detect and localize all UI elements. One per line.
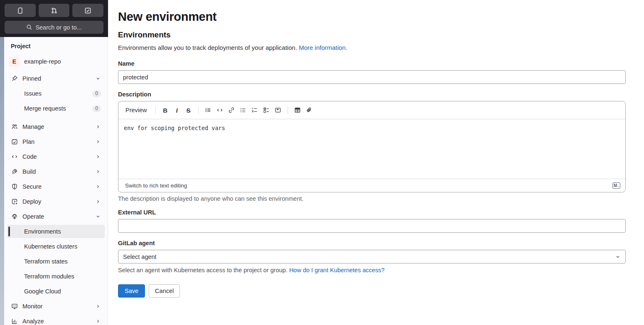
monitor-icon: [11, 303, 18, 310]
project-name: example-repo: [24, 58, 61, 65]
external-url-input[interactable]: [118, 219, 626, 233]
sidebar-item-operate[interactable]: Operate: [7, 210, 105, 223]
todo-shortcut-button[interactable]: [72, 4, 103, 17]
task-list-button[interactable]: [261, 105, 272, 116]
merge-requests-label: Merge requests: [24, 105, 66, 112]
shield-icon: [11, 183, 18, 190]
sidebar-item-environments[interactable]: Environments: [7, 225, 105, 238]
build-label: Build: [22, 168, 36, 175]
operate-icon: [11, 213, 18, 220]
chevron-right-icon: [95, 154, 101, 160]
search-icon: [26, 24, 32, 30]
markdown-editor: Preview B I S: [118, 101, 626, 192]
insert-code-button[interactable]: [214, 105, 225, 116]
quote-button[interactable]: [203, 105, 214, 116]
description-field-group: Description Preview B I S: [118, 91, 626, 202]
collapsible-section-button[interactable]: [273, 105, 283, 116]
collapsible-section-icon: [275, 107, 281, 113]
markdown-icon[interactable]: M↓: [612, 182, 620, 189]
link-icon: [228, 107, 235, 113]
environments-label: Environments: [24, 228, 61, 235]
issues-count-badge: 0: [92, 90, 101, 97]
chevron-right-icon: [95, 199, 101, 204]
italic-button[interactable]: I: [172, 105, 182, 116]
attach-file-button[interactable]: [304, 105, 315, 116]
chevron-right-icon: [95, 139, 101, 145]
calendar-icon: [11, 138, 18, 145]
external-url-field-group: External URL: [118, 209, 626, 233]
toolbar-divider: [155, 106, 156, 114]
sidebar-item-deploy[interactable]: Deploy: [7, 195, 105, 208]
google-cloud-label: Google Cloud: [24, 288, 61, 295]
chevron-down-icon: [615, 254, 621, 260]
sidebar-item-pinned[interactable]: Pinned: [7, 72, 105, 85]
sidebar-item-terraform-modules[interactable]: Terraform modules: [7, 270, 105, 283]
sidebar-item-code[interactable]: Code: [7, 150, 105, 163]
code-icon: [216, 107, 223, 113]
secure-label: Secure: [22, 183, 42, 190]
insert-link-button[interactable]: [226, 105, 237, 116]
insert-table-button[interactable]: [292, 105, 303, 116]
intro-text: Environments allow you to track deployme…: [118, 44, 626, 51]
main-content: New environment Environments Environment…: [108, 0, 644, 325]
pin-icon: [11, 75, 18, 82]
switch-rich-text-button[interactable]: Switch to rich text editing: [123, 182, 189, 190]
table-icon: [294, 107, 301, 113]
issues-icon: [17, 7, 24, 14]
deploy-icon: [11, 198, 18, 205]
sidebar-item-plan[interactable]: Plan: [7, 135, 105, 148]
cancel-button[interactable]: Cancel: [149, 284, 180, 298]
merge-requests-shortcut-button[interactable]: [39, 4, 70, 17]
project-avatar: E: [9, 57, 20, 67]
sidebar-section-title: Project: [7, 42, 105, 54]
pinned-label: Pinned: [22, 75, 41, 82]
bullet-list-button[interactable]: [238, 105, 248, 116]
issues-label: Issues: [24, 90, 42, 97]
attach-file-icon: [306, 107, 312, 113]
chevron-down-icon: [95, 76, 101, 81]
save-button[interactable]: Save: [118, 284, 145, 298]
chevron-right-icon: [95, 184, 101, 190]
todo-check-icon: [84, 7, 91, 14]
task-list-icon: [263, 107, 270, 113]
bullet-list-icon: [240, 107, 246, 113]
sidebar-item-merge-requests[interactable]: Merge requests 0: [7, 102, 105, 115]
external-url-label: External URL: [118, 209, 626, 216]
toolbar-divider: [288, 106, 288, 114]
chevron-right-icon: [95, 303, 101, 309]
preview-button[interactable]: Preview: [123, 105, 151, 115]
sidebar-item-manage[interactable]: Manage: [7, 120, 105, 133]
agent-select-value: Select agent: [123, 254, 157, 260]
description-help-text: The description is displayed to anyone w…: [118, 195, 626, 202]
gitlab-app: Search or go to... Project E example-rep…: [0, 0, 644, 325]
sidebar-item-kubernetes-clusters[interactable]: Kubernetes clusters: [7, 240, 105, 253]
chevron-down-icon: [95, 214, 101, 219]
chevron-right-icon: [95, 318, 101, 324]
sidebar-nav: Project E example-repo Pinned Issues 0 M…: [4, 37, 108, 325]
kubernetes-access-link[interactable]: How do I grant Kubernetes access?: [289, 267, 385, 273]
sidebar-item-google-cloud[interactable]: Google Cloud: [7, 285, 105, 298]
bold-button[interactable]: B: [160, 105, 171, 116]
description-textarea[interactable]: env for scoping protected vars: [118, 119, 625, 179]
markdown-toolbar: Preview B I S: [118, 101, 625, 119]
sidebar-item-secure[interactable]: Secure: [7, 180, 105, 193]
sidebar-item-terraform-states[interactable]: Terraform states: [7, 255, 105, 268]
strikethrough-icon: S: [187, 107, 191, 114]
sidebar-item-monitor[interactable]: Monitor: [7, 300, 105, 313]
sidebar-item-build[interactable]: Build: [7, 165, 105, 178]
issues-shortcut-button[interactable]: [5, 4, 36, 17]
sidebar-item-issues[interactable]: Issues 0: [7, 87, 105, 100]
strikethrough-button[interactable]: S: [183, 105, 194, 116]
name-label: Name: [118, 60, 626, 67]
bold-icon: B: [163, 107, 167, 114]
name-input[interactable]: [118, 70, 626, 84]
sidebar-item-analyze[interactable]: Analyze: [7, 315, 105, 325]
agent-select[interactable]: Select agent: [118, 250, 626, 263]
search-label: Search or go to...: [35, 24, 81, 31]
numbered-list-button[interactable]: [249, 105, 260, 116]
window-edge-strip: [0, 37, 4, 325]
search-button[interactable]: Search or go to...: [5, 21, 103, 34]
more-information-link[interactable]: More information.: [299, 44, 347, 51]
rocket-icon: [11, 168, 18, 175]
sidebar-item-project[interactable]: E example-repo: [7, 54, 105, 69]
